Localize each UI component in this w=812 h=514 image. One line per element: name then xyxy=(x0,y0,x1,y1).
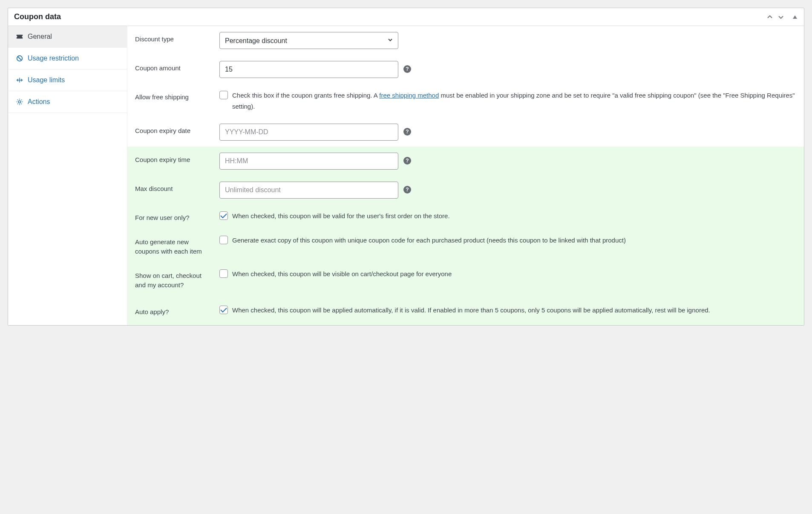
coupon-amount-input[interactable] xyxy=(219,61,398,78)
field-coupon-expiry-time: Coupon expiry time ? xyxy=(127,147,804,176)
for-new-user-checkbox[interactable] xyxy=(219,211,228,220)
show-on-cart-label: Show on cart, checkout and my account? xyxy=(135,269,211,290)
free-shipping-method-link[interactable]: free shipping method xyxy=(379,92,439,99)
coupon-general-form: Discount type Percentage discount Coupon… xyxy=(127,26,804,325)
coupon-amount-label: Coupon amount xyxy=(135,61,211,78)
auto-generate-description: Generate exact copy of this coupon with … xyxy=(232,235,626,246)
tab-label: Usage limits xyxy=(28,76,65,84)
field-coupon-expiry-date: Coupon expiry date ? xyxy=(127,118,804,147)
coupon-expiry-date-input[interactable] xyxy=(219,124,398,141)
auto-apply-description: When checked, this coupon will be applie… xyxy=(232,305,710,316)
toggle-collapse-icon[interactable] xyxy=(792,14,798,20)
tab-usage-restriction[interactable]: Usage restriction xyxy=(8,48,127,69)
for-new-user-description: When checked, this coupon will be valid … xyxy=(232,211,450,222)
no-entry-icon xyxy=(16,55,23,62)
help-icon[interactable]: ? xyxy=(403,128,411,136)
field-auto-generate: Auto generate new coupons with each item… xyxy=(127,229,804,263)
tab-label: Actions xyxy=(28,98,50,106)
max-discount-label: Max discount xyxy=(135,182,211,199)
auto-generate-label: Auto generate new coupons with each item xyxy=(135,235,211,257)
tab-usage-limits[interactable]: Usage limits xyxy=(8,69,127,91)
coupon-expiry-time-input[interactable] xyxy=(219,153,398,170)
gear-icon xyxy=(16,98,23,106)
coupon-expiry-time-label: Coupon expiry time xyxy=(135,153,211,170)
show-on-cart-description: When checked, this coupon will be visibl… xyxy=(232,269,452,280)
auto-generate-checkbox[interactable] xyxy=(219,236,228,244)
panel-body: General Usage restriction Usage limits A… xyxy=(8,26,804,325)
move-down-icon[interactable] xyxy=(777,14,784,20)
coupon-expiry-date-label: Coupon expiry date xyxy=(135,124,211,141)
coupon-data-panel: Coupon data General xyxy=(8,8,804,326)
for-new-user-label: For new user only? xyxy=(135,211,211,223)
help-icon[interactable]: ? xyxy=(403,186,411,193)
field-for-new-user: For new user only? When checked, this co… xyxy=(127,205,804,229)
field-discount-type: Discount type Percentage discount xyxy=(127,26,804,55)
field-allow-free-shipping: Allow free shipping Check this box if th… xyxy=(127,84,804,118)
tab-label: Usage restriction xyxy=(28,55,79,62)
tab-label: General xyxy=(28,33,52,40)
show-on-cart-checkbox[interactable] xyxy=(219,269,228,278)
limits-icon xyxy=(16,76,23,84)
discount-type-label: Discount type xyxy=(135,32,211,49)
panel-header: Coupon data xyxy=(8,8,804,26)
auto-apply-checkbox[interactable] xyxy=(219,306,228,314)
field-show-on-cart: Show on cart, checkout and my account? W… xyxy=(127,263,804,296)
allow-free-shipping-checkbox[interactable] xyxy=(219,91,228,99)
panel-header-actions xyxy=(766,14,798,20)
svg-point-1 xyxy=(18,101,20,103)
help-icon[interactable]: ? xyxy=(403,65,411,73)
allow-free-shipping-description: Check this box if the coupon grants free… xyxy=(232,90,796,112)
field-auto-apply: Auto apply? When checked, this coupon wi… xyxy=(127,296,804,326)
discount-type-select[interactable]: Percentage discount xyxy=(219,32,398,49)
auto-apply-label: Auto apply? xyxy=(135,305,211,317)
coupon-data-tabs: General Usage restriction Usage limits A… xyxy=(8,26,127,325)
panel-title: Coupon data xyxy=(14,12,61,21)
field-max-discount: Max discount ? xyxy=(127,176,804,205)
field-coupon-amount: Coupon amount ? xyxy=(127,55,804,84)
tab-general[interactable]: General xyxy=(8,26,127,48)
move-up-icon[interactable] xyxy=(766,14,773,20)
tab-actions[interactable]: Actions xyxy=(8,91,127,113)
allow-free-shipping-label: Allow free shipping xyxy=(135,90,211,112)
max-discount-input[interactable] xyxy=(219,182,398,199)
help-icon[interactable]: ? xyxy=(403,157,411,165)
ticket-icon xyxy=(16,33,23,40)
